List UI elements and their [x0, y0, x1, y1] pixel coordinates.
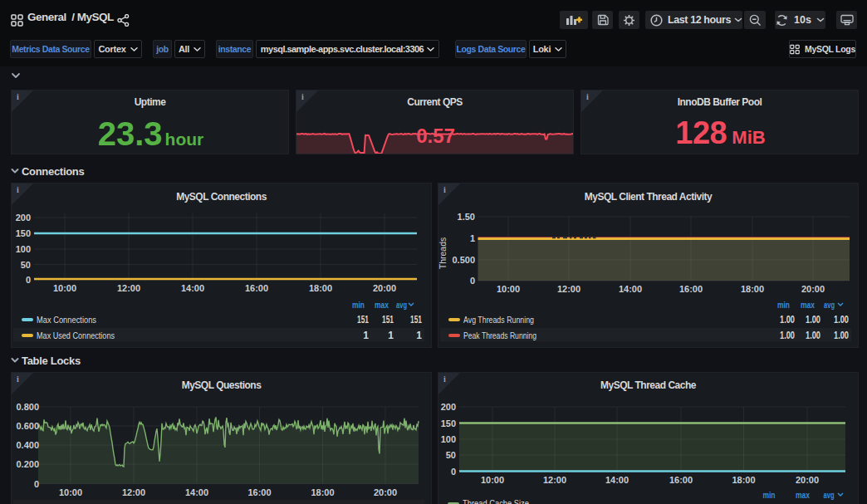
svg-text:12:00: 12:00	[557, 284, 580, 294]
svg-text:14:00: 14:00	[605, 475, 629, 485]
svg-text:151: 151	[410, 314, 422, 325]
svg-text:1: 1	[470, 233, 475, 243]
svg-text:1.50: 1.50	[458, 212, 475, 222]
svg-text:max: max	[796, 490, 810, 500]
svg-text:Threads: Threads	[438, 237, 448, 270]
svg-text:12:00: 12:00	[117, 283, 140, 293]
svg-text:avg: avg	[396, 300, 407, 310]
svg-text:0.800: 0.800	[16, 402, 39, 412]
svg-text:20:00: 20:00	[801, 284, 825, 294]
svg-text:0: 0	[34, 479, 39, 489]
svg-text:200: 200	[16, 213, 31, 223]
svg-text:100: 100	[441, 434, 456, 444]
svg-text:14:00: 14:00	[619, 284, 642, 294]
svg-text:1: 1	[416, 330, 422, 341]
svg-text:Max Used Connections: Max Used Connections	[37, 330, 115, 340]
svg-text:10:00: 10:00	[59, 487, 82, 497]
svg-text:Peak Threads Running: Peak Threads Running	[463, 330, 536, 340]
svg-text:18:00: 18:00	[732, 475, 755, 485]
svg-text:min: min	[763, 490, 776, 500]
svg-text:16:00: 16:00	[679, 284, 703, 294]
svg-text:max: max	[375, 300, 389, 310]
svg-text:12:00: 12:00	[543, 475, 566, 485]
svg-text:20:00: 20:00	[374, 487, 397, 497]
svg-text:avg: avg	[824, 490, 835, 500]
svg-text:18:00: 18:00	[309, 283, 332, 293]
svg-text:0.200: 0.200	[16, 459, 39, 469]
svg-text:1.00: 1.00	[834, 330, 849, 341]
svg-text:12:00: 12:00	[122, 487, 145, 497]
svg-text:151: 151	[357, 314, 369, 325]
svg-text:16:00: 16:00	[669, 475, 693, 485]
svg-text:50: 50	[446, 450, 456, 460]
svg-text:1.00: 1.00	[780, 314, 795, 325]
svg-text:0.600: 0.600	[16, 421, 39, 431]
svg-text:16:00: 16:00	[247, 487, 271, 497]
svg-text:min: min	[352, 300, 365, 310]
svg-text:18:00: 18:00	[741, 284, 764, 294]
svg-text:20:00: 20:00	[796, 475, 819, 485]
svg-text:avg: avg	[824, 300, 835, 310]
svg-text:14:00: 14:00	[181, 283, 204, 293]
svg-text:50: 50	[21, 260, 31, 270]
svg-text:max: max	[801, 300, 815, 310]
svg-text:151: 151	[382, 314, 394, 325]
svg-text:min: min	[777, 300, 790, 310]
svg-text:150: 150	[16, 228, 31, 238]
svg-text:1.00: 1.00	[834, 314, 849, 325]
svg-text:1: 1	[363, 330, 369, 341]
svg-text:0: 0	[451, 467, 456, 477]
svg-text:0: 0	[26, 275, 31, 285]
svg-text:150: 150	[441, 418, 456, 428]
svg-text:0.500: 0.500	[452, 255, 475, 265]
svg-text:18:00: 18:00	[311, 487, 334, 497]
svg-text:20:00: 20:00	[373, 283, 396, 293]
svg-text:10:00: 10:00	[53, 283, 76, 293]
svg-text:Thread Cache Size: Thread Cache Size	[463, 498, 529, 504]
svg-text:0.400: 0.400	[16, 440, 39, 450]
svg-text:100: 100	[16, 244, 31, 254]
svg-text:Max Connections: Max Connections	[37, 315, 96, 325]
svg-text:16:00: 16:00	[245, 283, 268, 293]
svg-text:10:00: 10:00	[497, 284, 520, 294]
svg-text:1.00: 1.00	[806, 314, 820, 325]
svg-text:1.00: 1.00	[806, 330, 820, 341]
svg-text:10:00: 10:00	[481, 475, 504, 485]
svg-text:0: 0	[470, 276, 475, 286]
svg-text:Avg Threads Running: Avg Threads Running	[463, 315, 534, 325]
svg-text:200: 200	[441, 402, 456, 412]
svg-text:14:00: 14:00	[185, 487, 208, 497]
svg-text:1.00: 1.00	[780, 330, 795, 341]
svg-text:1: 1	[388, 330, 394, 341]
